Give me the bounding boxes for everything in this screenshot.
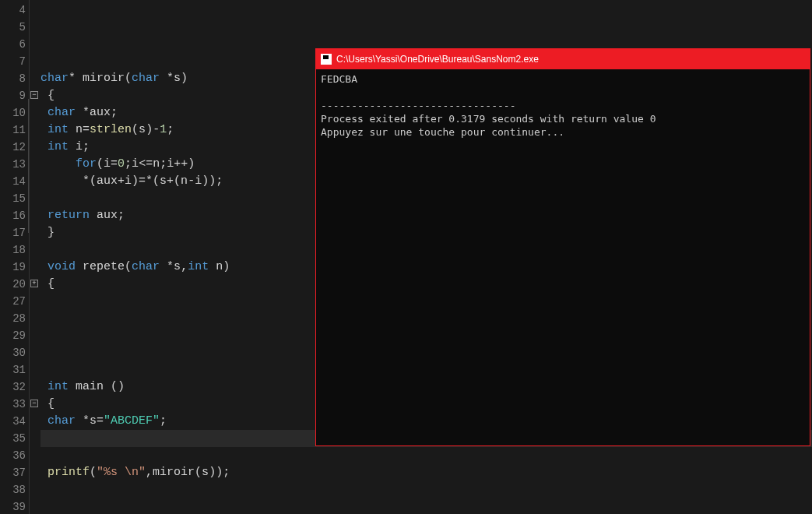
line-number: 29: [0, 327, 29, 344]
line-number: 11: [0, 121, 29, 139]
console-titlebar[interactable]: C:\Users\Yassi\OneDrive\Bureau\SansNom2.…: [316, 49, 810, 69]
line-number: 38: [0, 481, 29, 498]
line-number: 30: [0, 344, 29, 361]
line-number: 5: [0, 19, 29, 36]
line-number: 32: [0, 378, 29, 396]
line-number: 39: [0, 498, 29, 514]
line-number-gutter: 456789−1011121314151617181920+2728293031…: [0, 0, 30, 514]
line-number: 16: [0, 207, 29, 224]
code-line[interactable]: [40, 498, 812, 514]
line-number: 34: [0, 413, 29, 430]
console-title: C:\Users\Yassi\OneDrive\Bureau\SansNom2.…: [336, 54, 539, 65]
line-number: 28: [0, 310, 29, 327]
console-output: FEDCBA -------------------------------- …: [316, 69, 810, 445]
line-number: 12: [0, 139, 29, 156]
line-number: 13: [0, 156, 29, 173]
line-number: 4: [0, 2, 29, 19]
code-line[interactable]: [40, 447, 812, 464]
line-number: 19: [0, 259, 29, 276]
console-icon: [321, 54, 332, 65]
line-number: 18: [0, 241, 29, 259]
line-number: 31: [0, 361, 29, 378]
line-number: 35: [0, 430, 29, 447]
code-line[interactable]: [40, 481, 812, 498]
line-number: 7: [0, 53, 29, 70]
fold-expand-icon[interactable]: +: [30, 280, 38, 287]
line-number: 20+: [0, 276, 29, 293]
fold-collapse-icon[interactable]: −: [30, 400, 38, 407]
line-number: 37: [0, 464, 29, 481]
line-number: 6: [0, 36, 29, 53]
code-line[interactable]: [40, 19, 812, 36]
console-window[interactable]: C:\Users\Yassi\OneDrive\Bureau\SansNom2.…: [315, 48, 810, 446]
line-number: 8: [0, 70, 29, 87]
line-number: 15: [0, 190, 29, 207]
code-line[interactable]: printf("%s \n",miroir(s));: [40, 464, 812, 481]
line-number: 27: [0, 293, 29, 310]
line-number: 14: [0, 173, 29, 190]
line-number: 36: [0, 447, 29, 464]
line-number: 33−: [0, 396, 29, 413]
line-number: 17: [0, 224, 29, 241]
line-number: 10: [0, 104, 29, 121]
code-line[interactable]: [40, 2, 812, 19]
fold-collapse-icon[interactable]: −: [30, 91, 38, 99]
line-number: 9−: [0, 87, 29, 104]
fold-guide: [28, 99, 29, 233]
